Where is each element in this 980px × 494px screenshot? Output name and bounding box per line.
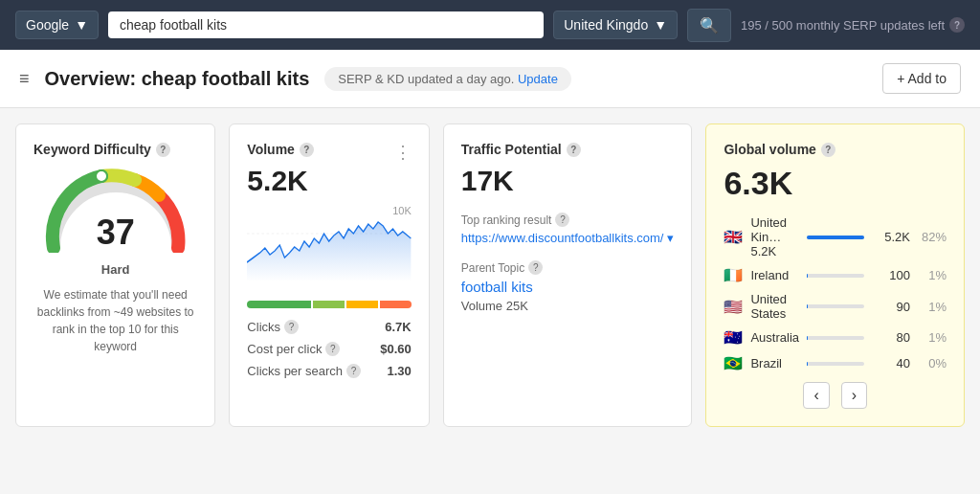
- page-title: Overview: cheap football kits: [45, 68, 310, 90]
- url-chevron: ▾: [667, 231, 674, 245]
- cps-help-icon[interactable]: ?: [346, 364, 361, 378]
- topbar: Google ▼ United Kingdo ▼ 🔍 195 / 500 mon…: [0, 0, 980, 50]
- update-notice: SERP & KD updated a day ago. Update: [324, 67, 571, 91]
- volume-card: Volume ? 5.2K ⋮ 10K: [229, 124, 429, 427]
- country-bar-fill: [807, 362, 808, 366]
- gv-card-title: Global volume ?: [724, 142, 947, 157]
- tp-card-title: Traffic Potential ?: [461, 142, 675, 157]
- country-volume: 90: [876, 300, 910, 314]
- search-button[interactable]: 🔍: [687, 9, 731, 42]
- tp-value: 17K: [461, 165, 675, 197]
- country-bar-container: [807, 336, 864, 340]
- country-row: 🇮🇪 Ireland 100 1%: [724, 266, 947, 284]
- top-ranking-url[interactable]: https://www.discountfootballkits.com/ ▾: [461, 231, 675, 245]
- country-bar-container: [807, 274, 864, 278]
- keyword-search-wrap: [108, 11, 544, 38]
- cps-value: 1.30: [387, 364, 411, 378]
- volume-card-title: Volume ?: [247, 142, 314, 157]
- cps-label: Clicks per search ?: [247, 364, 361, 378]
- parent-topic-link[interactable]: football kits: [461, 279, 675, 295]
- serp-info-icon: ?: [949, 17, 965, 33]
- volume-value: 5.2K: [247, 165, 314, 197]
- country-volume: 40: [876, 356, 910, 370]
- volume-menu-icon[interactable]: ⋮: [394, 142, 412, 163]
- subheader: ≡ Overview: cheap football kits SERP & K…: [0, 50, 980, 108]
- gauge-wrap: 37: [33, 167, 197, 253]
- country-pct: 0%: [918, 356, 947, 370]
- country-flag: 🇮🇪: [724, 266, 743, 284]
- parent-topic-label: Parent Topic ?: [461, 260, 675, 275]
- country-flag: 🇬🇧: [724, 228, 743, 246]
- country-flag: 🇧🇷: [724, 354, 743, 372]
- country-flag: 🇦🇺: [724, 328, 743, 347]
- pagination: ‹ ›: [724, 382, 947, 409]
- cards-grid: Keyword Difficulty ? 37 Hard We estimate…: [0, 108, 980, 442]
- clicks-help-icon[interactable]: ?: [284, 320, 299, 334]
- cpc-label: Cost per click ?: [247, 342, 340, 356]
- country-volume: 100: [876, 268, 910, 282]
- serp-info-text: 195 / 500 monthly SERP updates left: [741, 18, 945, 33]
- tp-volume-text: Volume 25K: [461, 299, 675, 313]
- tp-help-icon[interactable]: ?: [567, 143, 581, 157]
- country-bar-fill: [807, 304, 808, 308]
- clicks-label: Clicks ?: [247, 320, 299, 334]
- country-bar-container: [807, 362, 864, 366]
- update-link[interactable]: Update: [518, 72, 558, 86]
- top-ranking-help-icon[interactable]: ?: [555, 213, 569, 227]
- global-volume-card: Global volume ? 6.3K 🇬🇧 United Kin…5.2K …: [705, 124, 965, 427]
- kd-score: 37: [97, 213, 135, 253]
- cpc-help-icon[interactable]: ?: [325, 342, 340, 356]
- svg-point-0: [96, 170, 107, 182]
- country-row: 🇦🇺 Australia 80 1%: [724, 328, 947, 347]
- country-pct: 1%: [918, 300, 947, 314]
- country-bar-container: [807, 236, 864, 239]
- cps-row: Clicks per search ? 1.30: [247, 364, 411, 378]
- country-row: 🇺🇸 United States 90 1%: [724, 292, 947, 321]
- country-bar-fill: [807, 236, 864, 239]
- gv-value: 6.3K: [724, 165, 947, 202]
- add-to-button[interactable]: + Add to: [882, 63, 961, 94]
- country-name: United Kin…5.2K: [750, 215, 799, 258]
- next-page-button[interactable]: ›: [841, 382, 867, 409]
- gv-help-icon[interactable]: ?: [821, 143, 835, 157]
- volume-title-wrap: Volume ? 5.2K: [247, 142, 314, 205]
- country-flag: 🇺🇸: [724, 298, 743, 316]
- chart-max-label: 10K: [392, 205, 412, 216]
- metrics-rows: Clicks ? 6.7K Cost per click ? $0.60 Cli…: [247, 320, 411, 378]
- parent-topic-help-icon[interactable]: ?: [528, 260, 543, 275]
- engine-label: Google: [26, 17, 69, 33]
- volume-chart-wrap: 10K: [247, 205, 411, 291]
- country-name: Australia: [750, 330, 799, 345]
- clicks-row: Clicks ? 6.7K: [247, 320, 411, 334]
- country-row: 🇬🇧 United Kin…5.2K 5.2K 82%: [724, 215, 947, 258]
- country-selector[interactable]: United Kingdo ▼: [553, 11, 678, 39]
- cpc-value: $0.60: [380, 342, 412, 356]
- bar-yellow: [346, 301, 378, 308]
- country-row: 🇧🇷 Brazil 40 0%: [724, 354, 947, 372]
- country-bar-fill: [807, 336, 808, 340]
- country-name: Ireland: [750, 268, 799, 282]
- country-bar-container: [807, 304, 864, 308]
- kd-help-icon[interactable]: ?: [156, 143, 170, 157]
- prev-page-button[interactable]: ‹: [803, 382, 829, 409]
- clicks-value: 6.7K: [385, 320, 411, 334]
- volume-help-icon[interactable]: ?: [300, 143, 314, 157]
- traffic-potential-card: Traffic Potential ? 17K Top ranking resu…: [443, 124, 693, 427]
- volume-header: Volume ? 5.2K ⋮: [247, 142, 411, 205]
- kd-label: Hard: [33, 262, 197, 277]
- serp-info: 195 / 500 monthly SERP updates left ?: [741, 17, 965, 33]
- country-bar-fill: [807, 274, 808, 278]
- country-name: Brazil: [750, 356, 799, 370]
- bar-green: [247, 301, 310, 308]
- volume-chart-svg: [247, 205, 411, 281]
- keyword-input[interactable]: [120, 17, 532, 33]
- engine-selector[interactable]: Google ▼: [15, 11, 99, 39]
- country-name: United States: [750, 292, 799, 321]
- engine-chevron: ▼: [75, 17, 88, 33]
- menu-icon[interactable]: ≡: [19, 69, 30, 89]
- country-chevron: ▼: [654, 17, 667, 33]
- country-label: United Kingdo: [564, 17, 648, 33]
- country-list: 🇬🇧 United Kin…5.2K 5.2K 82% 🇮🇪 Ireland 1…: [724, 215, 947, 372]
- update-notice-text: SERP & KD updated a day ago.: [338, 72, 514, 86]
- bar-orange: [380, 301, 412, 308]
